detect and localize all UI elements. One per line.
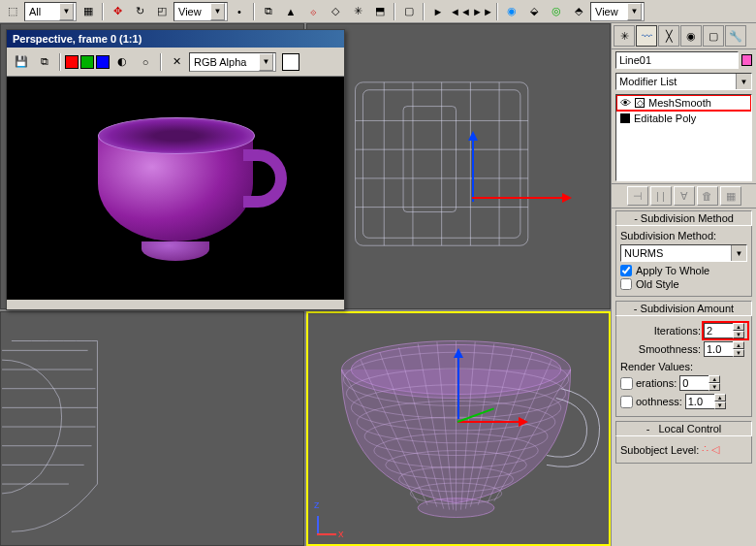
render-type-label: View (595, 6, 618, 17)
render-last-button[interactable]: ⬘ (568, 2, 589, 21)
iterations-spinner[interactable]: ▲▼ (704, 323, 747, 338)
render-window[interactable]: Perspective, frame 0 (1:1) 💾 ⧉ ◐ ○ ✕ RGB… (6, 29, 345, 310)
spin-down-icon[interactable]: ▼ (733, 331, 744, 338)
mirror-button[interactable]: ⧉ (258, 2, 279, 21)
wireframe-cup-side (1, 312, 303, 545)
subdiv-method-dropdown[interactable]: NURMS (620, 244, 747, 262)
iterations-label: Iterations: (654, 325, 701, 337)
motion-tab[interactable]: ◉ (680, 25, 702, 47)
expand-icon[interactable]: ◇ (635, 98, 645, 108)
toolbar-separator (59, 53, 61, 71)
render-smoothness-spinner[interactable]: ▲▼ (685, 394, 729, 409)
render-image (7, 77, 344, 300)
rollout-subdivision-method: - Subdivision Method Subdivision Method:… (615, 210, 752, 297)
save-image-button[interactable]: 💾 (11, 52, 32, 72)
rendered-cup (98, 135, 253, 241)
select-scale-button[interactable]: ◰ (151, 2, 173, 21)
select-move-button[interactable]: ✥ (107, 2, 128, 21)
object-name-field[interactable] (615, 51, 739, 69)
modifier-item-meshsmooth[interactable]: 👁 ◇ MeshSmooth (616, 95, 751, 111)
modifier-stack[interactable]: 👁 ◇ MeshSmooth Editable Poly (615, 94, 752, 181)
channel-dropdown-label: RGB Alpha (194, 56, 246, 68)
angle-snap-button[interactable]: ✳ (347, 2, 368, 21)
alpha-button[interactable]: ○ (135, 52, 156, 72)
selection-mode-icon[interactable]: ⬚ (2, 2, 23, 21)
viewport-perspective[interactable]: z x (306, 311, 611, 546)
next-key-button[interactable]: ►► (472, 2, 493, 21)
ref-coord-dropdown[interactable]: View (173, 2, 228, 21)
viewport-left[interactable] (0, 311, 304, 546)
spin-up-icon[interactable]: ▲ (733, 341, 744, 349)
toolbar-separator (423, 3, 425, 20)
remove-modifier-button[interactable]: 🗑 (697, 186, 718, 206)
object-color-swatch[interactable] (741, 54, 752, 66)
named-sets-button[interactable]: ▢ (398, 2, 420, 21)
spin-up-icon[interactable]: ▲ (714, 394, 726, 401)
edge-icon[interactable]: ◁ (711, 443, 719, 456)
quick-render-button[interactable]: ◎ (546, 2, 567, 21)
render-iterations-spinner[interactable]: ▲▼ (679, 375, 723, 391)
modifier-label: MeshSmooth (648, 97, 711, 109)
snap-toggle-button[interactable]: ◇ (325, 2, 346, 21)
red-channel-swatch[interactable] (65, 55, 79, 69)
subdiv-method-label: Subdivision Method: (620, 230, 747, 241)
render-smoothness-checkbox[interactable] (620, 396, 633, 408)
use-center-button[interactable]: • (229, 2, 250, 21)
viewport-front[interactable]: wireframe (306, 23, 611, 309)
render-iterations-checkbox[interactable] (620, 377, 633, 390)
percent-snap-button[interactable]: ⬒ (369, 2, 391, 21)
green-channel-swatch[interactable] (80, 55, 94, 69)
mono-button[interactable]: ◐ (111, 52, 133, 72)
render-scene-button[interactable]: ⬙ (523, 2, 545, 21)
create-tab[interactable]: ✳ (614, 25, 635, 47)
spin-up-icon[interactable]: ▲ (733, 323, 744, 331)
align-button[interactable]: ⟐ (302, 2, 324, 21)
show-result-button[interactable]: | | (650, 186, 672, 206)
expand-icon[interactable] (620, 113, 630, 123)
array-button[interactable]: ▲ (280, 2, 301, 21)
spin-down-icon[interactable]: ▼ (714, 401, 726, 409)
clone-button[interactable]: ⧉ (34, 52, 55, 72)
apply-whole-checkbox[interactable]: Apply To Whole (620, 265, 747, 276)
material-editor-button[interactable]: ◉ (501, 2, 522, 21)
display-tab[interactable]: ▢ (703, 25, 724, 47)
rollout-header[interactable]: - Local Control (615, 421, 752, 436)
render-toolbar: 💾 ⧉ ◐ ○ ✕ RGB Alpha (7, 48, 344, 77)
spin-down-icon[interactable]: ▼ (709, 383, 720, 391)
render-window-titlebar[interactable]: Perspective, frame 0 (1:1) (7, 30, 344, 48)
smoothness-spinner[interactable]: ▲▼ (704, 341, 747, 357)
render-values-label: Render Values: (620, 361, 747, 372)
hierarchy-tab[interactable]: ╳ (658, 25, 679, 47)
rollout-header[interactable]: - Subdivision Amount (615, 301, 752, 316)
channel-dropdown[interactable]: RGB Alpha (189, 52, 276, 72)
clear-button[interactable]: ✕ (166, 52, 187, 72)
gizmo-x-axis (472, 197, 569, 199)
modifier-list-dropdown[interactable]: Modifier List (615, 73, 752, 90)
toolbar-separator (496, 3, 498, 20)
selection-filter-label: All (29, 6, 41, 17)
selection-filter-dropdown[interactable]: All (24, 2, 77, 21)
configure-sets-button[interactable]: ▦ (720, 186, 741, 206)
vertex-icon[interactable]: ∴ (702, 443, 709, 456)
make-unique-button[interactable]: ∀ (674, 186, 695, 206)
blue-channel-swatch[interactable] (96, 55, 110, 69)
modifier-item-editable-poly[interactable]: Editable Poly (616, 111, 751, 126)
old-style-checkbox[interactable]: Old Style (620, 278, 747, 290)
pin-stack-button[interactable]: ⊣ (627, 186, 648, 206)
smoothness-label: Smoothness: (639, 343, 701, 355)
render-smoothness-label: oothness: (636, 396, 682, 407)
spin-down-icon[interactable]: ▼ (733, 349, 744, 357)
command-panel: ✳ 〰 ╳ ◉ ▢ 🔧 Modifier List 👁 ◇ MeshSmooth… (611, 23, 756, 546)
utilities-tab[interactable]: 🔧 (725, 25, 746, 47)
stack-button-row: ⊣ | | ∀ 🗑 ▦ (612, 183, 756, 209)
select-button[interactable]: ▦ (78, 2, 99, 21)
render-type-dropdown[interactable]: View (590, 2, 645, 21)
prev-key-button[interactable]: ◄◄ (450, 2, 471, 21)
bg-color-swatch[interactable] (282, 53, 299, 71)
spin-up-icon[interactable]: ▲ (709, 375, 720, 383)
rollout-header[interactable]: - Subdivision Method (615, 210, 752, 226)
select-rotate-button[interactable]: ↻ (129, 2, 150, 21)
modify-tab[interactable]: 〰 (636, 25, 657, 47)
keymode-button[interactable]: ► (427, 2, 449, 21)
visibility-icon[interactable]: 👁 (620, 97, 631, 109)
